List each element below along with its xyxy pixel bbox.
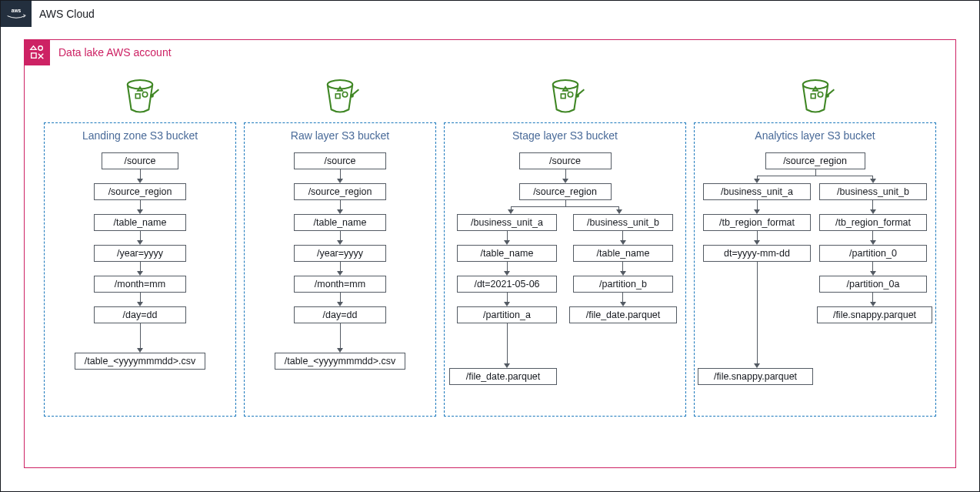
path-box: /file_date.parquet — [449, 368, 557, 385]
diagram-canvas: aws AWS Cloud Data lake AWS account — [0, 0, 980, 492]
bucket-stage-title: Stage layer S3 bucket — [449, 129, 681, 142]
path-box: /month=mm — [294, 276, 386, 293]
bucket-analytics-title: Analytics layer S3 bucket — [699, 129, 931, 142]
path-box: /source — [102, 152, 178, 169]
bucket-stage-body: /source /source_region /business_unit_a … — [449, 152, 681, 407]
path-box: /file.snappy.parquet — [817, 306, 932, 323]
svg-point-10 — [142, 92, 148, 98]
svg-rect-17 — [335, 94, 340, 99]
svg-point-28 — [818, 92, 823, 98]
svg-rect-3 — [32, 53, 36, 58]
bucket-stage-box: Stage layer S3 bucket /source /source_re… — [444, 122, 686, 417]
path-box: /table_name — [573, 245, 673, 262]
path-box: /source — [294, 152, 386, 169]
svg-point-26 — [825, 94, 829, 98]
path-box: /source_region — [765, 152, 865, 169]
path-box: /year=yyyy — [294, 245, 386, 262]
s3-bucket-icon — [444, 75, 686, 119]
buckets-row: Landing zone S3 bucket /source /source_r… — [44, 75, 936, 452]
bucket-raw-title: Raw layer S3 bucket — [249, 129, 431, 142]
bucket-analytics: Analytics layer S3 bucket /source_region… — [694, 75, 936, 452]
path-box: /month=mm — [94, 276, 186, 293]
bucket-landing-box: Landing zone S3 bucket /source /source_r… — [44, 122, 236, 417]
path-box: /table_name — [294, 214, 386, 231]
account-box: Data lake AWS account Landing — [24, 39, 956, 468]
s3-bucket-icon — [244, 75, 436, 119]
s3-bucket-icon — [694, 75, 936, 119]
svg-rect-11 — [135, 94, 140, 99]
bucket-analytics-box: Analytics layer S3 bucket /source_region… — [694, 122, 936, 417]
svg-point-2 — [38, 46, 43, 51]
aws-cloud-title: AWS Cloud — [39, 8, 95, 20]
path-box: /source_region — [94, 183, 186, 200]
path-box: /partition_b — [573, 276, 673, 293]
path-box: /partition_0a — [819, 276, 927, 293]
account-title: Data lake AWS account — [58, 46, 172, 59]
bucket-raw-box: Raw layer S3 bucket /source /source_regi… — [244, 122, 436, 417]
path-box: /tb_region_format — [703, 214, 811, 231]
bucket-landing: Landing zone S3 bucket /source /source_r… — [44, 75, 236, 452]
path-box: /day=dd — [94, 306, 186, 323]
path-box: /business_unit_a — [457, 214, 557, 231]
path-box: /file.snappy.parquet — [698, 368, 813, 385]
svg-point-8 — [150, 94, 154, 98]
path-box: /business_unit_a — [703, 183, 811, 200]
path-box: /dt=2021-05-06 — [457, 276, 557, 293]
bucket-stage: Stage layer S3 bucket /source /source_re… — [444, 75, 686, 452]
path-box: /partition_0 — [819, 245, 927, 262]
bucket-landing-body: /source /source_region /table_name /year… — [49, 152, 231, 407]
path-box: /partition_a — [457, 306, 557, 323]
account-badge-icon — [24, 39, 50, 65]
path-box: /table_<yyyymmmdd>.csv — [75, 353, 205, 370]
path-box: dt=yyyy-mm-dd — [703, 245, 811, 262]
path-box: /source_region — [294, 183, 386, 200]
path-box: /business_unit_b — [573, 214, 673, 231]
path-box: /year=yyyy — [94, 245, 186, 262]
path-box: /day=dd — [294, 306, 386, 323]
svg-marker-1 — [31, 46, 36, 50]
bucket-raw: Raw layer S3 bucket /source /source_regi… — [244, 75, 436, 452]
path-box: /table_name — [94, 214, 186, 231]
path-box: /tb_region_format — [819, 214, 927, 231]
bucket-analytics-body: /source_region /business_unit_a /tb_regi… — [699, 152, 931, 407]
bucket-raw-body: /source /source_region /table_name /year… — [249, 152, 431, 407]
svg-point-22 — [568, 92, 573, 98]
path-box: /business_unit_b — [819, 183, 927, 200]
svg-point-20 — [575, 94, 579, 98]
path-box: /file_date.parquet — [569, 306, 677, 323]
svg-text:aws: aws — [12, 8, 22, 13]
path-box: /source — [519, 152, 612, 169]
s3-bucket-icon — [44, 75, 236, 119]
path-box: /source_region — [519, 183, 612, 200]
bucket-landing-title: Landing zone S3 bucket — [49, 129, 231, 142]
aws-cloud-header: aws AWS Cloud — [1, 1, 95, 27]
aws-logo-icon: aws — [1, 1, 32, 27]
svg-point-16 — [342, 92, 348, 98]
path-box: /table_<yyyymmmdd>.csv — [275, 353, 405, 370]
svg-point-14 — [350, 94, 354, 98]
svg-rect-29 — [811, 94, 815, 99]
path-box: /table_name — [457, 245, 557, 262]
svg-rect-23 — [561, 94, 565, 99]
